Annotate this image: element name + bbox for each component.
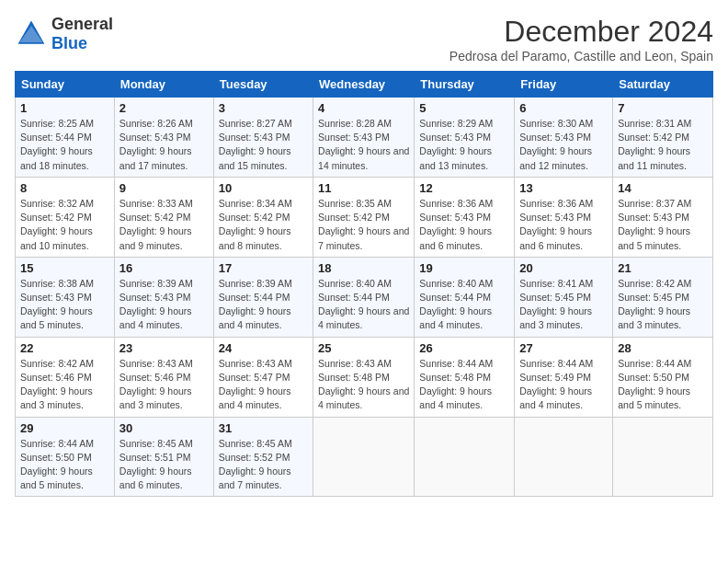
sunrise-time: Sunrise: 8:31 AM <box>618 118 691 129</box>
sunrise-time: Sunrise: 8:42 AM <box>618 278 691 289</box>
day-detail: Sunrise: 8:34 AMSunset: 5:42 PMDaylight:… <box>219 197 308 253</box>
calendar-cell: 22Sunrise: 8:42 AMSunset: 5:46 PMDayligh… <box>16 337 115 417</box>
logo: General Blue <box>15 15 113 53</box>
calendar-cell: 1Sunrise: 8:25 AMSunset: 5:44 PMDaylight… <box>16 98 115 178</box>
title-block: December 2024 Pedrosa del Paramo, Castil… <box>449 15 713 63</box>
calendar-cell: 5Sunrise: 8:29 AMSunset: 5:43 PMDaylight… <box>415 98 515 178</box>
day-number: 8 <box>20 181 109 195</box>
daylight-hours: Daylight: 9 hours and 4 minutes. <box>119 305 192 330</box>
calendar-cell: 18Sunrise: 8:40 AMSunset: 5:44 PMDayligh… <box>313 257 415 337</box>
sunset-time: Sunset: 5:48 PM <box>419 372 491 383</box>
sunrise-time: Sunrise: 8:33 AM <box>119 198 193 209</box>
daylight-hours: Daylight: 9 hours and 4 minutes. <box>318 385 409 410</box>
daylight-hours: Daylight: 9 hours and 4 minutes. <box>318 305 409 330</box>
calendar-cell: 6Sunrise: 8:30 AMSunset: 5:43 PMDaylight… <box>515 98 613 178</box>
col-header-monday: Monday <box>114 72 213 98</box>
day-detail: Sunrise: 8:39 AMSunset: 5:43 PMDaylight:… <box>119 277 209 333</box>
daylight-hours: Daylight: 9 hours and 18 minutes. <box>20 145 93 170</box>
sunset-time: Sunset: 5:42 PM <box>618 132 689 143</box>
sunrise-time: Sunrise: 8:37 AM <box>618 198 691 209</box>
calendar-cell: 24Sunrise: 8:43 AMSunset: 5:47 PMDayligh… <box>213 337 313 417</box>
sunrise-time: Sunrise: 8:38 AM <box>20 278 94 289</box>
sunset-time: Sunset: 5:43 PM <box>419 132 491 143</box>
day-detail: Sunrise: 8:41 AMSunset: 5:45 PMDaylight:… <box>519 277 608 333</box>
calendar-cell <box>515 417 613 497</box>
day-detail: Sunrise: 8:33 AMSunset: 5:42 PMDaylight:… <box>119 197 209 253</box>
day-detail: Sunrise: 8:36 AMSunset: 5:43 PMDaylight:… <box>419 197 509 253</box>
calendar-cell: 13Sunrise: 8:36 AMSunset: 5:43 PMDayligh… <box>515 177 613 257</box>
sunrise-time: Sunrise: 8:44 AM <box>618 358 691 369</box>
sunset-time: Sunset: 5:49 PM <box>519 372 591 383</box>
calendar-week-row: 29Sunrise: 8:44 AMSunset: 5:50 PMDayligh… <box>16 417 713 497</box>
logo-general: General <box>51 15 113 34</box>
logo-blue: Blue <box>51 34 113 53</box>
calendar-cell <box>613 417 713 497</box>
day-detail: Sunrise: 8:37 AMSunset: 5:43 PMDaylight:… <box>618 197 708 253</box>
calendar-cell: 10Sunrise: 8:34 AMSunset: 5:42 PMDayligh… <box>213 177 313 257</box>
calendar-header-row: SundayMondayTuesdayWednesdayThursdayFrid… <box>16 72 713 98</box>
sunset-time: Sunset: 5:43 PM <box>318 132 390 143</box>
calendar-cell: 28Sunrise: 8:44 AMSunset: 5:50 PMDayligh… <box>613 337 713 417</box>
daylight-hours: Daylight: 9 hours and 8 minutes. <box>219 225 291 250</box>
day-detail: Sunrise: 8:40 AMSunset: 5:44 PMDaylight:… <box>419 277 509 333</box>
sunset-time: Sunset: 5:50 PM <box>618 372 689 383</box>
col-header-saturday: Saturday <box>613 72 713 98</box>
sunrise-time: Sunrise: 8:39 AM <box>219 278 292 289</box>
daylight-hours: Daylight: 9 hours and 5 minutes. <box>618 385 690 410</box>
calendar-cell: 16Sunrise: 8:39 AMSunset: 5:43 PMDayligh… <box>114 257 213 337</box>
day-number: 27 <box>519 341 608 355</box>
svg-marker-1 <box>19 26 42 42</box>
calendar-cell: 8Sunrise: 8:32 AMSunset: 5:42 PMDaylight… <box>16 177 115 257</box>
sunrise-time: Sunrise: 8:41 AM <box>519 278 593 289</box>
day-number: 5 <box>419 101 509 115</box>
calendar-table: SundayMondayTuesdayWednesdayThursdayFrid… <box>15 71 713 497</box>
day-number: 20 <box>519 261 608 275</box>
calendar-cell: 11Sunrise: 8:35 AMSunset: 5:42 PMDayligh… <box>313 177 415 257</box>
day-number: 1 <box>20 101 109 115</box>
sunrise-time: Sunrise: 8:36 AM <box>419 198 493 209</box>
sunrise-time: Sunrise: 8:44 AM <box>519 358 593 369</box>
daylight-hours: Daylight: 9 hours and 4 minutes. <box>219 385 291 410</box>
calendar-cell: 29Sunrise: 8:44 AMSunset: 5:50 PMDayligh… <box>16 417 115 497</box>
daylight-hours: Daylight: 9 hours and 7 minutes. <box>219 465 291 490</box>
day-detail: Sunrise: 8:43 AMSunset: 5:48 PMDaylight:… <box>318 357 409 413</box>
calendar-week-row: 1Sunrise: 8:25 AMSunset: 5:44 PMDaylight… <box>16 98 713 178</box>
calendar-cell: 23Sunrise: 8:43 AMSunset: 5:46 PMDayligh… <box>114 337 213 417</box>
day-detail: Sunrise: 8:39 AMSunset: 5:44 PMDaylight:… <box>219 277 308 333</box>
col-header-thursday: Thursday <box>415 72 515 98</box>
day-detail: Sunrise: 8:40 AMSunset: 5:44 PMDaylight:… <box>318 277 409 333</box>
day-number: 4 <box>318 101 409 115</box>
calendar-cell: 19Sunrise: 8:40 AMSunset: 5:44 PMDayligh… <box>415 257 515 337</box>
calendar-cell: 20Sunrise: 8:41 AMSunset: 5:45 PMDayligh… <box>515 257 613 337</box>
logo-text: General Blue <box>51 15 113 53</box>
daylight-hours: Daylight: 9 hours and 3 minutes. <box>119 385 192 410</box>
day-detail: Sunrise: 8:27 AMSunset: 5:43 PMDaylight:… <box>219 117 308 173</box>
daylight-hours: Daylight: 9 hours and 4 minutes. <box>219 305 291 330</box>
day-number: 26 <box>419 341 509 355</box>
sunset-time: Sunset: 5:43 PM <box>119 132 191 143</box>
day-number: 6 <box>519 101 608 115</box>
sunrise-time: Sunrise: 8:44 AM <box>419 358 493 369</box>
page-header: General Blue December 2024 Pedrosa del P… <box>15 15 713 63</box>
day-detail: Sunrise: 8:42 AMSunset: 5:46 PMDaylight:… <box>20 357 109 413</box>
daylight-hours: Daylight: 9 hours and 4 minutes. <box>519 385 592 410</box>
daylight-hours: Daylight: 9 hours and 14 minutes. <box>318 145 409 170</box>
calendar-cell: 26Sunrise: 8:44 AMSunset: 5:48 PMDayligh… <box>415 337 515 417</box>
daylight-hours: Daylight: 9 hours and 3 minutes. <box>519 305 592 330</box>
day-number: 29 <box>20 421 109 435</box>
sunrise-time: Sunrise: 8:35 AM <box>318 198 392 209</box>
sunrise-time: Sunrise: 8:43 AM <box>119 358 193 369</box>
day-detail: Sunrise: 8:35 AMSunset: 5:42 PMDaylight:… <box>318 197 409 253</box>
sunset-time: Sunset: 5:43 PM <box>219 132 290 143</box>
day-number: 23 <box>119 341 209 355</box>
daylight-hours: Daylight: 9 hours and 5 minutes. <box>20 305 93 330</box>
sunrise-time: Sunrise: 8:27 AM <box>219 118 292 129</box>
day-number: 9 <box>119 181 209 195</box>
sunrise-time: Sunrise: 8:30 AM <box>519 118 593 129</box>
sunset-time: Sunset: 5:44 PM <box>219 292 290 303</box>
day-number: 12 <box>419 181 509 195</box>
daylight-hours: Daylight: 9 hours and 13 minutes. <box>419 145 492 170</box>
day-detail: Sunrise: 8:31 AMSunset: 5:42 PMDaylight:… <box>618 117 708 173</box>
daylight-hours: Daylight: 9 hours and 12 minutes. <box>519 145 592 170</box>
daylight-hours: Daylight: 9 hours and 11 minutes. <box>618 145 690 170</box>
